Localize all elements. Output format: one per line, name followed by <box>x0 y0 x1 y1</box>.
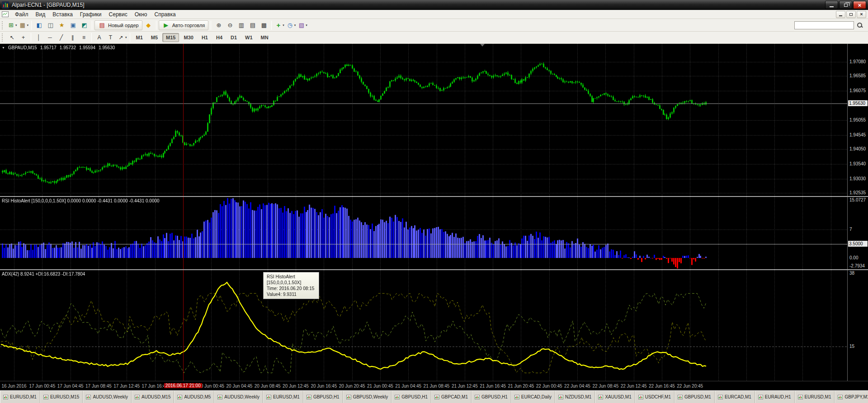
horizontal-line-button[interactable]: ─ <box>45 33 55 42</box>
chart-tab[interactable]: XAUUSD,M1 <box>595 391 635 403</box>
timeframe-h4[interactable]: H4 <box>212 33 226 42</box>
profiles-button[interactable]: ▦▾ <box>19 20 29 30</box>
periods-button[interactable]: ◷▾ <box>286 20 297 30</box>
time-label: 21 Jun 00:45 <box>367 384 393 389</box>
chart-tab[interactable]: EURAUD,H1 <box>755 391 795 403</box>
navigator-button[interactable]: ★ <box>57 20 67 30</box>
toolbar-grip[interactable] <box>2 33 4 42</box>
restore-button[interactable] <box>839 1 852 9</box>
timeframe-m15[interactable]: M15 <box>162 33 179 42</box>
tooltip-title: RSI HistoAlert <box>267 274 316 280</box>
zoom-out-button[interactable]: ⊖ <box>225 20 235 30</box>
arrow-objects-button[interactable]: ↗▾ <box>117 33 127 42</box>
chart-tab[interactable]: GBPJPY,M1 <box>835 391 868 403</box>
menu-help[interactable]: Справка <box>151 10 179 19</box>
menu-insert[interactable]: Вставка <box>49 10 76 19</box>
chart-tab-icon <box>395 395 400 399</box>
trendline-button[interactable]: ╱ <box>56 33 66 42</box>
chart-tab[interactable]: USDCHF,M1 <box>635 391 675 403</box>
mdi-restore-button[interactable] <box>846 11 856 18</box>
chart-tab[interactable]: AUDUSD,M15 <box>132 391 174 403</box>
text-button[interactable]: A <box>94 33 104 42</box>
arrange-windows-button[interactable]: ▩ <box>259 20 269 30</box>
timeframe-w1[interactable]: W1 <box>241 33 256 42</box>
chart-tab[interactable]: GBPUSD,Weekly <box>343 391 392 403</box>
chart-tab[interactable]: EURUSD,M1 <box>263 391 303 403</box>
chart-tab[interactable]: GBPUSD,H1 <box>472 391 511 403</box>
new-order-button[interactable]: ▤Новый ордер <box>94 20 142 30</box>
chart-tab[interactable]: GBPCAD,M1 <box>431 391 472 403</box>
autotrade-button[interactable]: ▶Авто-торговля <box>159 20 209 30</box>
chart-tab[interactable]: GBPUSD,H1 <box>392 391 431 403</box>
adx-chart-canvas[interactable] <box>0 270 847 381</box>
menu-file[interactable]: Файл <box>11 10 32 19</box>
adx-scale[interactable]: 3815 <box>847 270 868 381</box>
chart-tab[interactable]: EURUSD,M15 <box>40 391 83 403</box>
indicators-button[interactable]: +▾ <box>274 20 285 30</box>
chart-tab[interactable]: AUDUSD,Weekly <box>83 391 132 403</box>
toolbar-grip[interactable] <box>2 21 4 29</box>
chart-tab[interactable]: EURUSD,M1 <box>795 391 835 403</box>
chart-window-icon[interactable] <box>2 11 9 17</box>
collapse-arrow-icon[interactable]: ▼ <box>2 46 5 49</box>
timeframe-m1[interactable]: M1 <box>132 33 146 42</box>
timeframe-m30[interactable]: M30 <box>180 33 197 42</box>
menu-window[interactable]: Окно <box>131 10 151 19</box>
periods-icon: ◷ <box>286 22 294 28</box>
cursor-button[interactable]: ↖ <box>7 33 17 42</box>
vertical-line-button[interactable]: │ <box>33 33 44 42</box>
indicator-tooltip: RSI HistoAlert [150,0,0,0,1.50X] Time: 2… <box>263 272 319 299</box>
chart-tab[interactable]: GBPUSD,H1 <box>303 391 343 403</box>
mdi-close-button[interactable]: × <box>857 11 866 18</box>
cascade-windows-button[interactable]: ▤ <box>247 20 258 30</box>
strategy-tester-button[interactable]: ◩ <box>79 20 90 30</box>
chart-tab-icon <box>514 395 519 399</box>
adx-indicator-label: ADX(42) 8.9241 +DI:16.6823 -DI:17.7804 <box>2 272 85 276</box>
data-window-button[interactable]: ◫ <box>45 20 56 30</box>
chart-tab[interactable]: NZDUSD,M1 <box>555 391 595 403</box>
equidistant-channel-button[interactable]: ∥ <box>67 33 78 42</box>
market-watch-button[interactable]: ◧ <box>34 20 44 30</box>
terminal-button[interactable]: ▣ <box>68 20 78 30</box>
chart-tab[interactable]: AUDUSD,M5 <box>174 391 214 403</box>
timeframe-m5[interactable]: M5 <box>147 33 161 42</box>
chart-tab[interactable]: EURCAD,Daily <box>511 391 555 403</box>
time-axis[interactable]: 16 Jun 201617 Jun 00:4517 Jun 04:4517 Ju… <box>0 381 868 390</box>
timeframe-d1[interactable]: D1 <box>227 33 241 42</box>
chart-tab-label: EURCAD,M1 <box>725 394 751 399</box>
rsi-histogram-canvas[interactable] <box>0 197 847 269</box>
chart-tab[interactable]: AUDUSD,Weekly <box>214 391 263 403</box>
zoom-in-button[interactable]: ⊕ <box>213 20 224 30</box>
close-icon: × <box>860 12 863 17</box>
search-input[interactable] <box>794 21 854 29</box>
toolbar-separator <box>92 21 92 30</box>
candlestick-chart-canvas[interactable] <box>0 44 847 196</box>
menu-view[interactable]: Вид <box>32 10 49 19</box>
chart-tab-icon <box>678 395 683 399</box>
timeframe-h1[interactable]: H1 <box>198 33 212 42</box>
text-label-button[interactable]: T <box>105 33 116 42</box>
price-scale[interactable]: 1.970801.965851.960751.950551.945451.940… <box>847 44 868 196</box>
templates-button[interactable]: ▧▾ <box>297 20 308 30</box>
menu-charts[interactable]: Графики <box>76 10 105 19</box>
crosshair-button[interactable]: + <box>18 33 28 42</box>
tile-windows-button[interactable]: ▥ <box>236 20 246 30</box>
chart-tab-label: GBPUSD,Weekly <box>353 394 388 399</box>
chart-tab[interactable]: EURUSD,M1 <box>0 391 40 403</box>
minimize-button[interactable] <box>825 1 838 9</box>
window-title: Alpari-ECN1 - [GBPAUD,M15] <box>12 2 84 8</box>
new-chart-button[interactable]: ⊞▾ <box>7 20 18 30</box>
timeframe-mn[interactable]: MN <box>257 33 272 42</box>
menu-service[interactable]: Сервис <box>105 10 131 19</box>
chart-tab-label: NZDUSD,M1 <box>565 394 591 399</box>
close-button[interactable]: × <box>853 1 866 9</box>
chart-tab[interactable]: EURCAD,M1 <box>715 391 755 403</box>
mdi-minimize-button[interactable] <box>836 11 845 18</box>
fibonacci-button[interactable]: ≡ <box>79 33 89 42</box>
search-icon[interactable] <box>856 21 863 29</box>
metaeditor-button[interactable]: ◆ <box>143 20 154 30</box>
minimize-icon <box>830 6 834 7</box>
chart-tab-icon <box>758 395 763 399</box>
chart-tab[interactable]: GBPUSD,M1 <box>675 391 715 403</box>
rsi-scale[interactable]: 15.072770.00-2.79343.5000 <box>847 197 868 269</box>
